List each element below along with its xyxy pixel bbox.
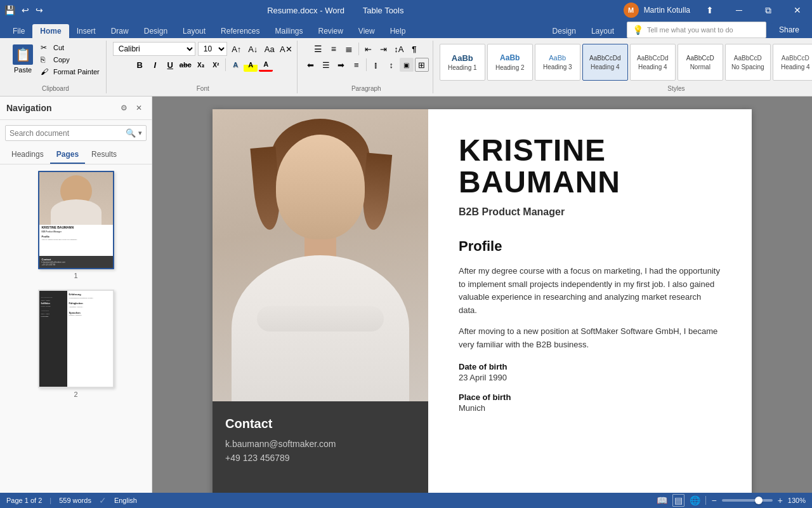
read-mode-button[interactable]: 📖	[657, 495, 667, 505]
print-layout-button[interactable]: ▤	[672, 494, 684, 507]
navigation-panel: Navigation ⚙ ✕ 🔍 ▾ Headings Pages Result…	[0, 97, 152, 493]
shrink-font-button[interactable]: A↓	[246, 42, 260, 56]
page-thumb-img-1: Contact k.baumann@softmaker.com +49 123 …	[38, 171, 114, 269]
page-number-2: 2	[74, 391, 77, 398]
nav-options-button[interactable]: ⚙	[117, 102, 130, 114]
borders-button[interactable]: ⊞	[415, 58, 429, 72]
page-thumb-img-2: Berufserfahrung 2018 - heute SoftMaker P…	[38, 290, 114, 388]
nav-close-button[interactable]: ✕	[133, 102, 145, 114]
decrease-indent-button[interactable]: ⇤	[362, 42, 376, 56]
save-button[interactable]: 💾	[3, 4, 17, 17]
underline-button[interactable]: U	[163, 58, 177, 72]
language-indicator[interactable]: English	[114, 497, 137, 504]
align-center-button[interactable]: ☰	[319, 58, 333, 72]
restore-button[interactable]: ⧉	[754, 0, 783, 20]
style-heading1[interactable]: AaBb Heading 1	[440, 44, 485, 81]
change-case-button[interactable]: Aa	[263, 42, 277, 56]
column-break-button[interactable]: ⫿	[369, 58, 383, 72]
nav-panel-header: Navigation ⚙ ✕	[0, 97, 152, 120]
tab-view[interactable]: View	[351, 24, 383, 38]
nav-tab-pages[interactable]: Pages	[50, 146, 85, 164]
search-input[interactable]	[10, 129, 123, 138]
tab-draw[interactable]: Draw	[103, 24, 136, 38]
zoom-level: 130%	[788, 497, 806, 504]
share-button[interactable]: Share	[771, 23, 807, 37]
doc-right-column: KRISTINE BAUMANN B2B Product Manager Pro…	[428, 109, 752, 493]
ribbon-tab-bar: File Home Insert Draw Design Layout Refe…	[0, 20, 812, 38]
status-bar-left: Page 1 of 2 | 559 words ✓ English	[6, 495, 137, 505]
paste-button[interactable]: 📋 Paste	[9, 42, 37, 76]
tab-mailings[interactable]: Mailings	[267, 24, 310, 38]
multilevel-list-button[interactable]: ≣	[342, 42, 356, 56]
nav-tab-headings[interactable]: Headings	[5, 146, 50, 164]
tab-layout[interactable]: Layout	[175, 24, 213, 38]
ribbon-display-button[interactable]: ⬆	[695, 0, 724, 20]
nav-tab-results[interactable]: Results	[85, 146, 123, 164]
tab-review[interactable]: Review	[311, 24, 351, 38]
search-dropdown-button[interactable]: ▾	[138, 129, 142, 137]
page-thumb-1[interactable]: Contact k.baumann@softmaker.com +49 123 …	[6, 171, 145, 279]
nav-tabs: Headings Pages Results	[0, 146, 152, 164]
font-size-select[interactable]: 10	[198, 42, 227, 56]
show-hide-button[interactable]: ¶	[407, 42, 421, 56]
tab-help[interactable]: Help	[383, 24, 414, 38]
title-bar: 💾 ↩ ↪ Resume.docx - Word Table Tools M M…	[0, 0, 812, 20]
tab-references[interactable]: References	[213, 24, 267, 38]
tab-file[interactable]: File	[5, 24, 32, 38]
grow-font-button[interactable]: A↑	[230, 42, 244, 56]
zoom-in-button[interactable]: +	[778, 495, 783, 505]
font-color-button[interactable]: A	[259, 58, 273, 72]
zoom-out-button[interactable]: −	[711, 495, 716, 505]
subscript-button[interactable]: X₂	[193, 58, 207, 72]
undo-button[interactable]: ↩	[20, 4, 31, 17]
superscript-button[interactable]: X²	[209, 58, 223, 72]
document-viewport[interactable]: Contact k.baumann@softmaker.com +49 123 …	[152, 97, 812, 493]
format-painter-button[interactable]: 🖌 Format Painter	[38, 66, 102, 77]
style-normal[interactable]: AaBbCcD Normal	[678, 44, 723, 81]
nav-pages-panel: Contact k.baumann@softmaker.com +49 123 …	[0, 164, 152, 493]
justify-button[interactable]: ≡	[350, 58, 363, 72]
strikethrough-button[interactable]: abc	[178, 58, 192, 72]
zoom-slider[interactable]	[722, 499, 773, 502]
sort-button[interactable]: ↕A	[392, 42, 406, 56]
text-highlight-button[interactable]: A	[244, 58, 258, 72]
cut-button[interactable]: ✂ Cut	[38, 42, 102, 53]
style-heading3[interactable]: AaBb Heading 3	[535, 44, 580, 81]
style-heading4-active[interactable]: AaBbCcDd Heading 4	[582, 44, 628, 81]
doc-pob-label: Place of birth	[459, 392, 721, 402]
page-number-1: 1	[74, 272, 77, 279]
bullets-button[interactable]: ☰	[311, 42, 325, 56]
tab-table-design[interactable]: Design	[545, 24, 584, 38]
italic-button[interactable]: I	[148, 58, 162, 72]
copy-button[interactable]: ⎘ Copy	[38, 54, 102, 65]
clear-formatting-button[interactable]: A✕	[279, 42, 293, 56]
redo-button[interactable]: ↪	[34, 4, 45, 17]
doc-profile-text1: After my degree course with a focus on m…	[459, 265, 721, 318]
align-left-button[interactable]: ⬅	[304, 58, 318, 72]
style-heading2[interactable]: AaBb Heading 2	[487, 44, 533, 81]
tab-table-layout[interactable]: Layout	[584, 24, 622, 38]
web-layout-button[interactable]: 🌐	[690, 495, 700, 505]
minimize-button[interactable]: ─	[724, 0, 754, 20]
style-heading4-3[interactable]: AaBbCcD Heading 4	[773, 44, 812, 81]
text-effects-button[interactable]: A	[228, 58, 242, 72]
tab-home[interactable]: Home	[32, 24, 69, 38]
tab-design[interactable]: Design	[136, 24, 175, 38]
line-spacing-button[interactable]: ↕	[384, 58, 398, 72]
document-page: Contact k.baumann@softmaker.com +49 123 …	[213, 109, 752, 493]
style-no-spacing[interactable]: AaBbCcD No Spacing	[725, 44, 771, 81]
page-info: Page 1 of 2	[6, 497, 42, 504]
font-family-select[interactable]: Calibri	[113, 42, 195, 56]
search-icon[interactable]: 🔍	[126, 128, 136, 138]
tell-me-input[interactable]: 💡 Tell me what you want to do	[627, 22, 766, 38]
numbering-button[interactable]: ≡	[327, 42, 341, 56]
bold-button[interactable]: B	[133, 58, 147, 72]
increase-indent-button[interactable]: ⇥	[377, 42, 391, 56]
align-right-button[interactable]: ➡	[334, 58, 348, 72]
window-title: Resume.docx - Word Table Tools	[48, 6, 624, 15]
page-thumb-2[interactable]: Berufserfahrung 2018 - heute SoftMaker P…	[6, 290, 145, 398]
shading-button[interactable]: ▣	[400, 58, 414, 72]
close-button[interactable]: ✕	[783, 0, 812, 20]
tab-insert[interactable]: Insert	[69, 24, 103, 38]
style-heading4-2[interactable]: AaBbCcDd Heading 4	[630, 44, 676, 81]
